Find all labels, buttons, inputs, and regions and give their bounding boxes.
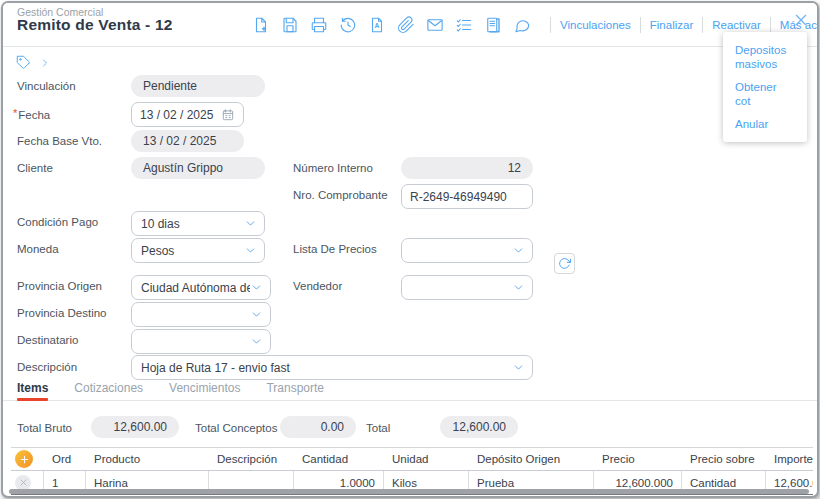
col-unidad: Unidad (384, 453, 469, 465)
tab-bar: Items Cotizaciones Vencimientos Transpor… (3, 378, 817, 401)
provincia-destino-select[interactable] (131, 302, 271, 327)
descripcion-select[interactable]: Hoja de Ruta 17 - envio fast (131, 355, 533, 380)
export-document-icon[interactable]: A (367, 15, 386, 34)
moneda-select[interactable]: Pesos (131, 238, 265, 263)
provincia-origen-select[interactable]: Ciudad Autónoma de Bu (131, 275, 271, 300)
vinculaciones-button[interactable]: Vinculaciones (560, 19, 631, 31)
tab-vencimientos[interactable]: Vencimientos (169, 378, 240, 400)
tag-icon[interactable] (16, 55, 31, 70)
total-bruto-label: Total Bruto (17, 422, 72, 434)
divider (550, 17, 551, 33)
refresh-button[interactable] (554, 253, 575, 274)
fecha-base-label: Fecha Base Vto. (17, 135, 102, 147)
divider (702, 17, 703, 33)
journal-icon[interactable] (483, 15, 502, 34)
cliente-value: Agustín Grippo (131, 157, 265, 179)
finalizar-button[interactable]: Finalizar (650, 19, 693, 31)
condicion-pago-label: Condición Pago (17, 216, 98, 228)
header-bar: Gestión Comercial Remito de Venta - 12 A (3, 3, 817, 47)
descripcion-label: Descripción (17, 361, 77, 373)
col-ord: Ord (44, 453, 86, 465)
chevron-down-icon (512, 281, 525, 294)
chevron-down-icon (244, 244, 257, 257)
horizontal-scrollbar[interactable] (9, 489, 809, 494)
refresh-icon (558, 257, 571, 270)
nro-comprobante-field[interactable]: R-2649-46949490 (401, 184, 533, 209)
provincia-origen-label: Provincia Origen (17, 280, 102, 292)
col-importe: Importe (766, 453, 813, 465)
moneda-label: Moneda (17, 243, 59, 255)
tab-cotizaciones[interactable]: Cotizaciones (74, 378, 143, 400)
tab-transporte[interactable]: Transporte (266, 378, 324, 400)
menu-item-anular[interactable]: Anular (723, 113, 807, 135)
vinculacion-value: Pendiente (131, 75, 265, 97)
vendedor-label: Vendedor (293, 280, 342, 292)
checklist-icon[interactable] (454, 15, 473, 34)
history-icon[interactable] (338, 15, 357, 34)
svg-text:A: A (374, 22, 379, 29)
new-document-icon[interactable] (251, 15, 270, 34)
table-header-row: Ord Producto Descripción Cantidad Unidad… (11, 447, 813, 471)
total-value: 12,600.00 (440, 416, 518, 438)
total-bruto-value: 12,600.00 (91, 416, 179, 438)
required-asterisk: * (13, 107, 17, 119)
total-conceptos-label: Total Conceptos (195, 422, 277, 434)
fecha-field[interactable]: 13 / 02 / 2025 (131, 102, 244, 127)
col-producto: Producto (86, 453, 209, 465)
mail-icon[interactable] (425, 15, 444, 34)
reactivar-button[interactable]: Reactivar (712, 19, 761, 31)
destinatario-label: Destinatario (17, 334, 78, 346)
chevron-down-icon (512, 361, 525, 374)
chevron-right-icon[interactable] (39, 57, 51, 69)
menu-item-depositos-masivos[interactable]: Depositos masivos (723, 39, 807, 76)
nro-comprobante-label: Nro. Comprobante (293, 189, 388, 201)
lista-precios-select[interactable] (401, 238, 533, 263)
fecha-base-value: 13 / 02 / 2025 (131, 130, 244, 152)
col-deposito-origen: Depósito Origen (469, 453, 594, 465)
total-conceptos-value: 0.00 (280, 416, 356, 438)
print-icon[interactable] (309, 15, 328, 34)
vinculacion-label: Vinculación (17, 80, 76, 92)
menu-item-obtener-cot[interactable]: Obtener cot (723, 76, 807, 113)
page-title: Remito de Venta - 12 (17, 16, 173, 34)
close-icon[interactable] (793, 12, 809, 28)
destinatario-select[interactable] (131, 329, 271, 354)
comment-icon[interactable] (512, 15, 531, 34)
x-icon (19, 478, 28, 487)
chevron-down-icon (512, 244, 525, 257)
mas-acciones-menu: Depositos masivos Obtener cot Anular (723, 32, 807, 142)
col-descripcion: Descripción (209, 453, 294, 465)
vendedor-select[interactable] (401, 275, 533, 300)
chevron-down-icon (250, 281, 263, 294)
lista-precios-label: Lista De Precios (293, 243, 377, 255)
divider (770, 17, 771, 33)
plus-icon (19, 454, 30, 465)
items-table: Ord Producto Descripción Cantidad Unidad… (11, 447, 813, 495)
tag-toolbar (16, 55, 51, 70)
save-icon[interactable] (280, 15, 299, 34)
remito-window: Gestión Comercial Remito de Venta - 12 A (1, 1, 819, 498)
col-cantidad: Cantidad (294, 453, 384, 465)
chevron-down-icon (250, 308, 263, 321)
chevron-down-icon (244, 217, 257, 230)
chevron-down-icon (250, 335, 263, 348)
calendar-icon[interactable] (221, 108, 235, 122)
total-label: Total (366, 422, 390, 434)
add-row-button[interactable] (15, 450, 33, 468)
divider (640, 17, 641, 33)
fecha-label: *Fecha (13, 107, 50, 121)
provincia-destino-label: Provincia Destino (17, 307, 106, 319)
condicion-pago-select[interactable]: 10 dias (131, 211, 265, 236)
col-precio-sobre: Precio sobre (682, 453, 766, 465)
numero-interno-value: 12 (401, 157, 533, 179)
toolbar: A (251, 15, 531, 34)
cliente-label: Cliente (17, 162, 53, 174)
attachment-icon[interactable] (396, 15, 415, 34)
numero-interno-label: Número Interno (293, 162, 373, 174)
col-precio: Precio (594, 453, 682, 465)
tab-items[interactable]: Items (17, 378, 48, 400)
